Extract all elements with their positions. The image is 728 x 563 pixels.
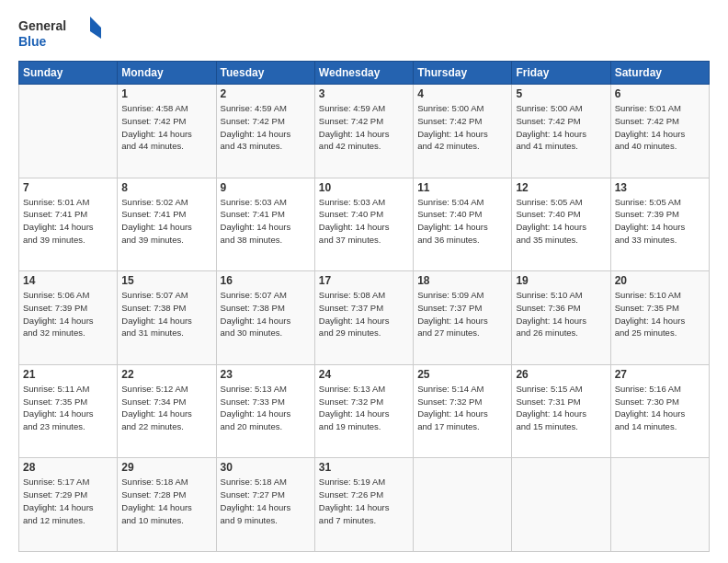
calendar-cell: 28Sunrise: 5:17 AMSunset: 7:29 PMDayligh…	[19, 458, 118, 552]
day-number: 31	[319, 461, 409, 474]
day-number: 12	[516, 181, 606, 194]
day-number: 13	[615, 181, 705, 194]
day-info: Sunrise: 5:06 AMSunset: 7:39 PMDaylight:…	[23, 289, 113, 339]
day-info: Sunrise: 5:11 AMSunset: 7:35 PMDaylight:…	[23, 383, 113, 433]
calendar-cell: 4Sunrise: 5:00 AMSunset: 7:42 PMDaylight…	[414, 85, 512, 178]
day-info: Sunrise: 5:00 AMSunset: 7:42 PMDaylight:…	[516, 102, 606, 153]
day-info: Sunrise: 5:07 AMSunset: 7:38 PMDaylight:…	[221, 289, 311, 339]
day-info: Sunrise: 4:59 AMSunset: 7:42 PMDaylight:…	[221, 102, 311, 153]
calendar-cell: 22Sunrise: 5:12 AMSunset: 7:34 PMDayligh…	[118, 364, 216, 458]
calendar-cell: 15Sunrise: 5:07 AMSunset: 7:38 PMDayligh…	[118, 271, 216, 365]
calendar-cell: 13Sunrise: 5:05 AMSunset: 7:39 PMDayligh…	[610, 178, 709, 271]
calendar-cell	[19, 85, 118, 178]
week-row-2: 7Sunrise: 5:01 AMSunset: 7:41 PMDaylight…	[19, 178, 710, 271]
day-info: Sunrise: 5:04 AMSunset: 7:40 PMDaylight:…	[417, 196, 507, 247]
day-number: 19	[516, 274, 606, 287]
weekday-header-sunday: Sunday	[19, 62, 118, 85]
calendar-cell: 9Sunrise: 5:03 AMSunset: 7:41 PMDaylight…	[216, 178, 314, 271]
day-number: 5	[516, 87, 606, 100]
calendar-cell: 2Sunrise: 4:59 AMSunset: 7:42 PMDaylight…	[216, 85, 314, 178]
day-number: 22	[121, 368, 211, 381]
day-info: Sunrise: 5:07 AMSunset: 7:38 PMDaylight:…	[121, 289, 211, 339]
calendar-cell: 24Sunrise: 5:13 AMSunset: 7:32 PMDayligh…	[314, 364, 413, 458]
calendar-cell	[610, 458, 709, 552]
calendar-cell	[414, 458, 512, 552]
calendar-cell: 7Sunrise: 5:01 AMSunset: 7:41 PMDaylight…	[19, 178, 118, 271]
day-number: 28	[23, 461, 113, 474]
day-number: 27	[615, 368, 705, 381]
calendar-cell: 11Sunrise: 5:04 AMSunset: 7:40 PMDayligh…	[414, 178, 512, 271]
calendar-cell: 12Sunrise: 5:05 AMSunset: 7:40 PMDayligh…	[512, 178, 610, 271]
weekday-header-thursday: Thursday	[414, 62, 512, 85]
day-number: 16	[221, 274, 311, 287]
calendar-cell: 20Sunrise: 5:10 AMSunset: 7:35 PMDayligh…	[610, 271, 709, 365]
day-number: 11	[417, 181, 507, 194]
day-info: Sunrise: 5:19 AMSunset: 7:26 PMDaylight:…	[319, 476, 409, 526]
calendar-cell: 3Sunrise: 4:59 AMSunset: 7:42 PMDaylight…	[314, 85, 413, 178]
day-info: Sunrise: 5:08 AMSunset: 7:37 PMDaylight:…	[319, 289, 409, 339]
day-number: 7	[23, 181, 113, 194]
day-number: 9	[221, 181, 311, 194]
week-row-5: 28Sunrise: 5:17 AMSunset: 7:29 PMDayligh…	[19, 458, 710, 552]
calendar-cell: 8Sunrise: 5:02 AMSunset: 7:41 PMDaylight…	[118, 178, 216, 271]
day-number: 10	[319, 181, 409, 194]
day-info: Sunrise: 5:00 AMSunset: 7:42 PMDaylight:…	[417, 102, 507, 153]
day-info: Sunrise: 5:01 AMSunset: 7:42 PMDaylight:…	[615, 102, 705, 153]
calendar-cell: 23Sunrise: 5:13 AMSunset: 7:33 PMDayligh…	[216, 364, 314, 458]
calendar-cell: 10Sunrise: 5:03 AMSunset: 7:40 PMDayligh…	[314, 178, 413, 271]
day-info: Sunrise: 5:03 AMSunset: 7:40 PMDaylight:…	[319, 196, 409, 247]
calendar-cell: 25Sunrise: 5:14 AMSunset: 7:32 PMDayligh…	[414, 364, 512, 458]
day-number: 6	[615, 87, 705, 100]
day-number: 29	[121, 461, 211, 474]
day-info: Sunrise: 4:59 AMSunset: 7:42 PMDaylight:…	[319, 102, 409, 153]
day-number: 1	[121, 87, 211, 100]
calendar-cell: 6Sunrise: 5:01 AMSunset: 7:42 PMDaylight…	[610, 85, 709, 178]
day-number: 14	[23, 274, 113, 287]
day-info: Sunrise: 4:58 AMSunset: 7:42 PMDaylight:…	[121, 102, 211, 153]
day-number: 4	[417, 87, 507, 100]
calendar-cell: 30Sunrise: 5:18 AMSunset: 7:27 PMDayligh…	[216, 458, 314, 552]
day-info: Sunrise: 5:15 AMSunset: 7:31 PMDaylight:…	[516, 383, 606, 433]
weekday-header-friday: Friday	[512, 62, 610, 85]
day-number: 25	[417, 368, 507, 381]
day-info: Sunrise: 5:01 AMSunset: 7:41 PMDaylight:…	[23, 196, 113, 247]
day-number: 2	[221, 87, 311, 100]
day-number: 30	[221, 461, 311, 474]
day-info: Sunrise: 5:18 AMSunset: 7:27 PMDaylight:…	[221, 476, 311, 526]
day-info: Sunrise: 5:13 AMSunset: 7:32 PMDaylight:…	[319, 383, 409, 433]
svg-marker-2	[90, 17, 101, 39]
header: General Blue	[18, 15, 710, 52]
calendar-cell: 18Sunrise: 5:09 AMSunset: 7:37 PMDayligh…	[414, 271, 512, 365]
calendar-cell: 27Sunrise: 5:16 AMSunset: 7:30 PMDayligh…	[610, 364, 709, 458]
day-info: Sunrise: 5:03 AMSunset: 7:41 PMDaylight:…	[221, 196, 311, 247]
calendar-cell: 26Sunrise: 5:15 AMSunset: 7:31 PMDayligh…	[512, 364, 610, 458]
svg-text:General: General	[18, 18, 66, 33]
day-info: Sunrise: 5:09 AMSunset: 7:37 PMDaylight:…	[417, 289, 507, 339]
day-number: 21	[23, 368, 113, 381]
weekday-header-tuesday: Tuesday	[216, 62, 314, 85]
day-info: Sunrise: 5:10 AMSunset: 7:36 PMDaylight:…	[516, 289, 606, 339]
weekday-header-wednesday: Wednesday	[314, 62, 413, 85]
day-info: Sunrise: 5:05 AMSunset: 7:40 PMDaylight:…	[516, 196, 606, 247]
calendar-cell: 17Sunrise: 5:08 AMSunset: 7:37 PMDayligh…	[314, 271, 413, 365]
calendar-cell	[512, 458, 610, 552]
svg-text:Blue: Blue	[18, 34, 47, 49]
calendar-cell: 1Sunrise: 4:58 AMSunset: 7:42 PMDaylight…	[118, 85, 216, 178]
weekday-header-monday: Monday	[118, 62, 216, 85]
day-number: 17	[319, 274, 409, 287]
day-number: 23	[221, 368, 311, 381]
day-info: Sunrise: 5:02 AMSunset: 7:41 PMDaylight:…	[121, 196, 211, 247]
day-number: 8	[121, 181, 211, 194]
calendar-table: SundayMondayTuesdayWednesdayThursdayFrid…	[18, 61, 710, 552]
day-info: Sunrise: 5:13 AMSunset: 7:33 PMDaylight:…	[221, 383, 311, 433]
calendar-cell: 29Sunrise: 5:18 AMSunset: 7:28 PMDayligh…	[118, 458, 216, 552]
day-number: 24	[319, 368, 409, 381]
logo: General Blue	[18, 15, 101, 52]
week-row-1: 1Sunrise: 4:58 AMSunset: 7:42 PMDaylight…	[19, 85, 710, 178]
calendar-cell: 16Sunrise: 5:07 AMSunset: 7:38 PMDayligh…	[216, 271, 314, 365]
week-row-4: 21Sunrise: 5:11 AMSunset: 7:35 PMDayligh…	[19, 364, 710, 458]
calendar-cell: 19Sunrise: 5:10 AMSunset: 7:36 PMDayligh…	[512, 271, 610, 365]
calendar-cell: 5Sunrise: 5:00 AMSunset: 7:42 PMDaylight…	[512, 85, 610, 178]
page: General Blue SundayMondayTuesdayWednesda…	[0, 0, 728, 563]
day-number: 18	[417, 274, 507, 287]
